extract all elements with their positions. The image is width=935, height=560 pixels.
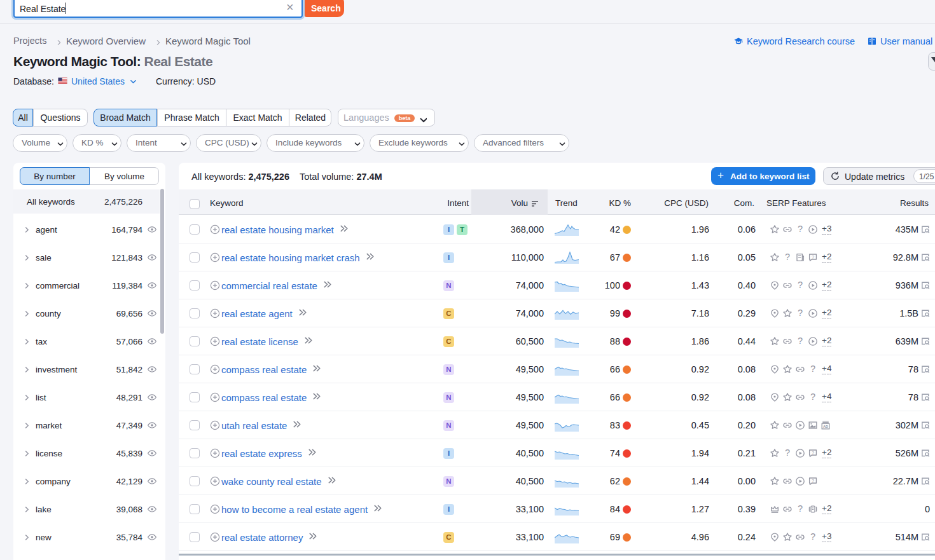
svg-text:AD: AD [823,425,828,428]
svg-text:?: ? [810,532,815,542]
svg-text:?: ? [812,478,814,484]
svg-text:?: ? [798,224,803,234]
svg-text:?: ? [798,336,803,346]
svg-text:?: ? [812,450,814,456]
svg-text:?: ? [810,364,815,374]
svg-text:?: ? [798,280,803,290]
svg-text:?: ? [785,448,790,458]
svg-text:?: ? [798,504,803,514]
svg-text:?: ? [798,308,803,318]
svg-text:?: ? [785,252,790,262]
svg-text:?: ? [812,254,814,260]
svg-text:?: ? [810,392,815,402]
